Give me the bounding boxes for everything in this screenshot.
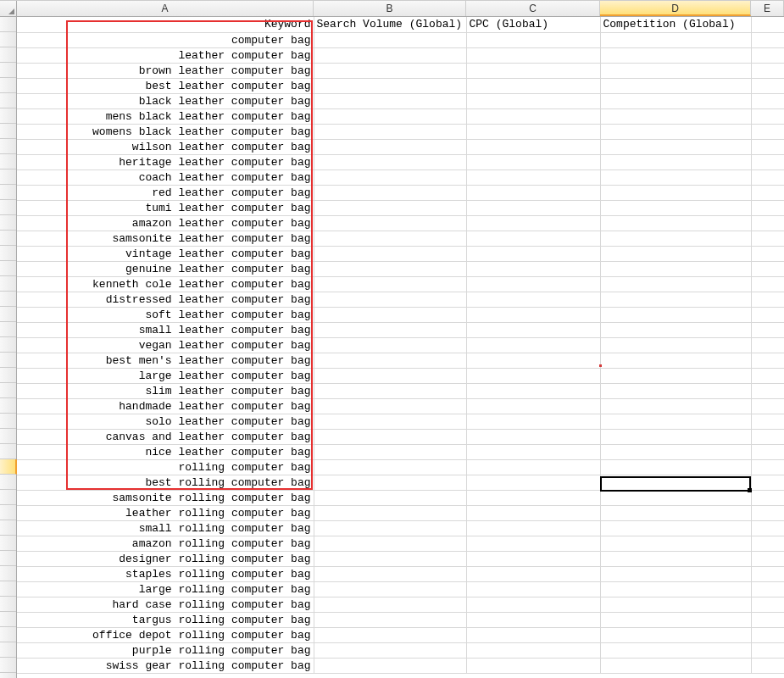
cell[interactable]: red leather computer bag: [17, 185, 314, 200]
cell[interactable]: [600, 185, 751, 200]
cell[interactable]: [466, 368, 600, 383]
cell[interactable]: [751, 154, 784, 170]
col-header-B[interactable]: B: [314, 1, 466, 16]
cell[interactable]: [314, 597, 466, 612]
cell[interactable]: [600, 170, 751, 185]
cell[interactable]: [314, 78, 466, 93]
cell[interactable]: [751, 292, 784, 307]
cell[interactable]: womens black leather computer bag: [17, 124, 314, 139]
cell[interactable]: [314, 170, 466, 185]
row-header[interactable]: [0, 627, 16, 642]
cell[interactable]: tumi leather computer bag: [17, 200, 314, 215]
cell[interactable]: [751, 505, 784, 520]
row-header[interactable]: [0, 185, 16, 200]
cell[interactable]: [751, 597, 784, 612]
cell[interactable]: [314, 490, 466, 505]
cell[interactable]: targus rolling computer bag: [17, 612, 314, 627]
row-header[interactable]: [0, 566, 16, 581]
cell[interactable]: [314, 475, 466, 490]
cell[interactable]: [466, 93, 600, 108]
cell[interactable]: [751, 459, 784, 475]
row-header[interactable]: [0, 581, 16, 597]
cell[interactable]: [600, 505, 751, 520]
row-header[interactable]: [0, 93, 16, 108]
cell[interactable]: rolling computer bag: [17, 459, 314, 475]
grid-table[interactable]: KeywordSearch Volume (Global)CPC (Global…: [17, 17, 784, 674]
cell[interactable]: [751, 93, 784, 108]
cell[interactable]: [314, 566, 466, 581]
cell[interactable]: [600, 108, 751, 124]
row-header[interactable]: [0, 47, 16, 63]
row-header[interactable]: [0, 368, 16, 383]
row-header[interactable]: [0, 459, 17, 475]
cell[interactable]: Competition (Global): [600, 17, 751, 32]
cell[interactable]: [751, 520, 784, 536]
cell[interactable]: [466, 444, 600, 459]
cell[interactable]: [466, 490, 600, 505]
cell[interactable]: [466, 459, 600, 475]
cell[interactable]: solo leather computer bag: [17, 414, 314, 429]
cell[interactable]: [466, 398, 600, 414]
cell[interactable]: [600, 368, 751, 383]
row-header[interactable]: [0, 551, 16, 566]
cell[interactable]: [314, 459, 466, 475]
cell[interactable]: [466, 429, 600, 444]
cell[interactable]: [600, 642, 751, 658]
cell[interactable]: computer bag: [17, 32, 314, 47]
cell[interactable]: [466, 353, 600, 368]
cell[interactable]: [314, 215, 466, 231]
row-header[interactable]: [0, 612, 16, 627]
cell[interactable]: [314, 612, 466, 627]
cell[interactable]: wilson leather computer bag: [17, 139, 314, 154]
cell[interactable]: [466, 139, 600, 154]
row-header[interactable]: [0, 383, 16, 398]
cell[interactable]: leather computer bag: [17, 47, 314, 63]
cell[interactable]: [751, 139, 784, 154]
cell[interactable]: [600, 139, 751, 154]
cell[interactable]: [600, 154, 751, 170]
cell[interactable]: purple rolling computer bag: [17, 642, 314, 658]
cell[interactable]: [600, 459, 751, 475]
cell[interactable]: [466, 215, 600, 231]
cell[interactable]: [314, 185, 466, 200]
cell[interactable]: distressed leather computer bag: [17, 292, 314, 307]
cell[interactable]: [466, 581, 600, 597]
cell[interactable]: [751, 581, 784, 597]
cell[interactable]: [751, 78, 784, 93]
cell[interactable]: [751, 17, 784, 32]
cell[interactable]: nice leather computer bag: [17, 444, 314, 459]
cell[interactable]: brown leather computer bag: [17, 63, 314, 78]
col-header-E[interactable]: E: [751, 1, 784, 16]
cell[interactable]: heritage leather computer bag: [17, 154, 314, 170]
cell[interactable]: [600, 307, 751, 322]
row-header[interactable]: [0, 429, 16, 444]
cell[interactable]: [600, 383, 751, 398]
cell[interactable]: [466, 261, 600, 276]
cell[interactable]: kenneth cole leather computer bag: [17, 276, 314, 292]
cell[interactable]: [466, 47, 600, 63]
row-header[interactable]: [0, 17, 16, 32]
cell[interactable]: [600, 353, 751, 368]
row-header[interactable]: [0, 444, 16, 459]
cell[interactable]: [314, 353, 466, 368]
row-header[interactable]: [0, 490, 16, 505]
cell[interactable]: [600, 444, 751, 459]
cell[interactable]: [314, 32, 466, 47]
cell[interactable]: designer rolling computer bag: [17, 551, 314, 566]
cell[interactable]: [314, 292, 466, 307]
cell[interactable]: vegan leather computer bag: [17, 337, 314, 353]
cell[interactable]: [600, 337, 751, 353]
row-header[interactable]: [0, 322, 16, 337]
cell[interactable]: [600, 581, 751, 597]
row-header[interactable]: [0, 536, 16, 551]
cell[interactable]: [466, 383, 600, 398]
cell[interactable]: [600, 612, 751, 627]
cell[interactable]: [314, 551, 466, 566]
row-header[interactable]: [0, 78, 16, 93]
cell[interactable]: [466, 307, 600, 322]
row-header[interactable]: [0, 475, 16, 490]
row-header[interactable]: [0, 337, 16, 353]
row-header[interactable]: [0, 108, 16, 124]
cell[interactable]: [466, 597, 600, 612]
cell[interactable]: [466, 475, 600, 490]
